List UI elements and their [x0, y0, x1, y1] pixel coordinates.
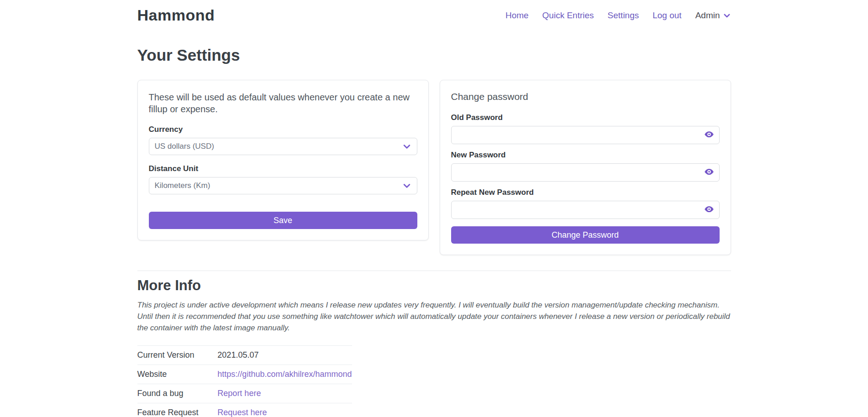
- default-values-card: These will be used as default values whe…: [137, 80, 429, 240]
- repeat-new-password-input[interactable]: [451, 201, 720, 219]
- info-row-label: Found a bug: [137, 384, 218, 403]
- user-menu-label: Admin: [695, 10, 720, 21]
- table-row: Feature Request Request here: [137, 403, 352, 417]
- table-row: Website https://github.com/akhilrex/hamm…: [137, 365, 352, 384]
- nav-item-home[interactable]: Home: [505, 10, 529, 21]
- save-button[interactable]: Save: [149, 212, 417, 229]
- eye-icon: [704, 204, 714, 216]
- chevron-down-icon: [723, 11, 731, 20]
- chevron-down-icon: [402, 142, 411, 151]
- distance-unit-label: Distance Unit: [149, 164, 417, 173]
- table-row: Current Version 2021.05.07: [137, 346, 352, 365]
- nav-item-settings[interactable]: Settings: [608, 10, 639, 21]
- distance-unit-select-value: Kilometers (Km): [155, 181, 210, 190]
- info-row-label: Current Version: [137, 346, 218, 365]
- info-row-label: Website: [137, 365, 218, 384]
- currency-select-value: US dollars (USD): [155, 142, 214, 151]
- change-password-card: Change password Old Password New Passwor…: [440, 80, 731, 255]
- eye-icon: [704, 130, 714, 141]
- info-row-label: Feature Request: [137, 403, 218, 417]
- main-nav: Home Quick Entries Settings Log out Admi…: [505, 10, 731, 21]
- currency-label: Currency: [149, 125, 417, 134]
- toggle-repeat-password-visibility-button[interactable]: [703, 203, 715, 217]
- change-password-button[interactable]: Change Password: [451, 226, 720, 244]
- toggle-new-password-visibility-button[interactable]: [703, 166, 715, 179]
- website-link[interactable]: https://github.com/akhilrex/hammond: [217, 370, 352, 379]
- more-info-title: More Info: [137, 277, 731, 294]
- old-password-label: Old Password: [451, 113, 720, 122]
- user-menu[interactable]: Admin: [695, 10, 731, 21]
- nav-item-quick-entries[interactable]: Quick Entries: [542, 10, 594, 21]
- new-password-input[interactable]: [451, 163, 720, 182]
- app-logo[interactable]: Hammond: [137, 6, 215, 24]
- development-note: This project is under active development…: [137, 299, 731, 334]
- section-divider: [137, 271, 731, 271]
- old-password-input[interactable]: [451, 126, 720, 144]
- change-password-title: Change password: [451, 91, 720, 102]
- repeat-new-password-label: Repeat New Password: [451, 188, 720, 197]
- toggle-old-password-visibility-button[interactable]: [703, 129, 715, 142]
- info-table: Current Version 2021.05.07 Website https…: [137, 345, 352, 417]
- page-title: Your Settings: [137, 46, 731, 64]
- currency-select[interactable]: US dollars (USD): [149, 138, 417, 155]
- table-row: Found a bug Report here: [137, 384, 352, 403]
- eye-icon: [704, 167, 714, 178]
- app-header: Hammond Home Quick Entries Settings Log …: [0, 0, 868, 24]
- defaults-intro-text: These will be used as default values whe…: [149, 91, 417, 115]
- nav-item-logout[interactable]: Log out: [652, 10, 681, 21]
- report-bug-link[interactable]: Report here: [217, 389, 261, 398]
- new-password-label: New Password: [451, 151, 720, 160]
- chevron-down-icon: [402, 181, 411, 190]
- feature-request-link[interactable]: Request here: [217, 408, 267, 417]
- distance-unit-select[interactable]: Kilometers (Km): [149, 177, 417, 194]
- current-version-value: 2021.05.07: [217, 346, 352, 365]
